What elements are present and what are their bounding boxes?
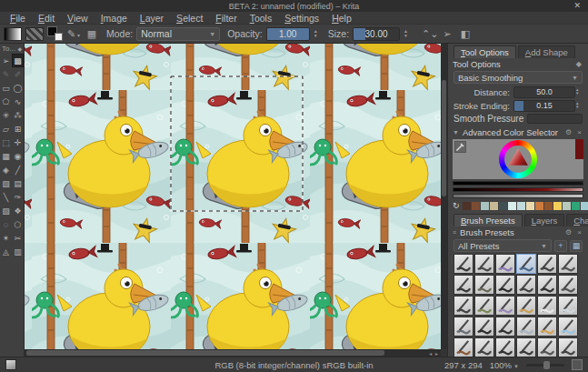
- option-spinner[interactable]: ▲▼: [575, 102, 583, 110]
- docker-tab-channels[interactable]: Channels: [566, 214, 588, 226]
- menu-help[interactable]: Help: [325, 13, 358, 24]
- tool-5[interactable]: ◯: [12, 81, 24, 95]
- brush-preset-7[interactable]: [474, 275, 494, 295]
- red-gradient-bar[interactable]: [453, 187, 583, 192]
- docker-tab-brush-presets[interactable]: Brush Presets: [453, 214, 523, 226]
- tool-28[interactable]: ◬: [0, 245, 12, 258]
- size-slider[interactable]: 30.00: [353, 27, 400, 41]
- brush-preset-4[interactable]: [537, 254, 557, 274]
- brush-preset-25[interactable]: [474, 337, 494, 357]
- history-swatch-7[interactable]: [526, 202, 534, 210]
- stabilizer-icon[interactable]: ⌃⌄: [422, 28, 436, 40]
- smooth-pressure-field[interactable]: [527, 114, 583, 124]
- horizontal-scrollbar[interactable]: ◂ ▸: [25, 349, 441, 357]
- view-mode-icon[interactable]: ▦: [570, 240, 583, 252]
- history-swatch-13[interactable]: [581, 202, 588, 210]
- tool-1-selected[interactable]: ▩: [12, 54, 24, 67]
- brush-preset-12[interactable]: [453, 296, 473, 316]
- gray-gradient-bar[interactable]: [453, 194, 583, 198]
- history-swatch-4[interactable]: [499, 202, 507, 210]
- eyedropper-icon[interactable]: [454, 141, 466, 153]
- tool-4[interactable]: ▭: [0, 81, 12, 95]
- preset-filter-select[interactable]: All Presets ▼: [453, 239, 552, 252]
- tool-14[interactable]: ▦: [0, 149, 12, 163]
- tool-10[interactable]: ▱: [0, 122, 12, 136]
- background-color[interactable]: [55, 33, 63, 41]
- brush-preset-18[interactable]: [453, 317, 473, 337]
- tool-13[interactable]: ✛: [12, 136, 24, 149]
- option-slider[interactable]: 50.0: [513, 86, 575, 98]
- menu-layer[interactable]: Layer: [134, 13, 170, 24]
- option-spinner[interactable]: ▲▼: [575, 88, 583, 96]
- menu-filter[interactable]: Filter: [209, 13, 243, 24]
- menu-view[interactable]: View: [61, 13, 95, 24]
- tool-6[interactable]: ⬠: [0, 95, 12, 108]
- brush-preset-26[interactable]: [495, 337, 515, 357]
- history-swatch-12[interactable]: [572, 202, 580, 210]
- menu-tools[interactable]: Tools: [244, 13, 279, 24]
- tool-11[interactable]: ⊞: [12, 122, 24, 136]
- canvas-only-icon[interactable]: [572, 359, 583, 370]
- menu-image[interactable]: Image: [95, 13, 134, 24]
- tool-17[interactable]: ╱: [12, 163, 24, 176]
- brush-preset-17[interactable]: [558, 296, 578, 316]
- tool-23[interactable]: ❖: [12, 204, 24, 217]
- tool-2[interactable]: ✎: [0, 67, 12, 81]
- history-swatch-11[interactable]: [563, 202, 571, 210]
- brush-preset-14[interactable]: [495, 296, 515, 316]
- brush-preset-22[interactable]: [537, 317, 557, 337]
- zoom-slider[interactable]: [526, 364, 564, 367]
- brush-preset-16[interactable]: [537, 296, 557, 316]
- brush-preset-27[interactable]: [516, 337, 536, 357]
- color-wheel[interactable]: [499, 140, 537, 178]
- menu-edit[interactable]: Edit: [32, 13, 61, 24]
- refresh-icon[interactable]: ↻: [453, 201, 460, 210]
- tool-0[interactable]: ➢: [0, 54, 12, 67]
- toolbox-float-icon[interactable]: ◆: [17, 45, 22, 52]
- tool-24[interactable]: ◌: [0, 217, 12, 231]
- opacity-spinner[interactable]: ▲▼: [314, 29, 321, 38]
- brush-preset-21[interactable]: [516, 317, 536, 337]
- brush-preset-3-selected[interactable]: [516, 254, 536, 274]
- tool-12[interactable]: ⬚: [0, 136, 12, 149]
- vertical-scrollbar[interactable]: [441, 44, 447, 349]
- value-bar[interactable]: [453, 181, 583, 186]
- smooth-pressure-row[interactable]: Smooth Pressure: [448, 113, 588, 125]
- brush-preset-19[interactable]: [474, 317, 494, 337]
- current-preset-icon[interactable]: [5, 359, 16, 370]
- brush-preset-15[interactable]: [516, 296, 536, 316]
- history-swatch-6[interactable]: [517, 202, 525, 210]
- tab-tool-options[interactable]: Tool Options: [453, 45, 516, 58]
- history-swatch-9[interactable]: [544, 202, 553, 210]
- history-swatch-1[interactable]: [472, 202, 480, 210]
- history-swatch-10[interactable]: [553, 202, 562, 210]
- smoothing-select[interactable]: Basic Smoothing ▼: [453, 71, 583, 84]
- close-icon[interactable]: ✕: [573, 1, 581, 10]
- brush-preset-8[interactable]: [495, 275, 515, 295]
- pattern-chooser[interactable]: [25, 27, 44, 41]
- brush-preset-5[interactable]: [558, 254, 578, 274]
- tool-9[interactable]: ⁂: [12, 108, 24, 122]
- tool-26[interactable]: ✴: [0, 231, 12, 245]
- brush-preset-13[interactable]: [474, 296, 494, 316]
- brush-preset-20[interactable]: [495, 317, 515, 337]
- tool-21[interactable]: ✑: [12, 190, 24, 204]
- docker-tab-layers[interactable]: Layers: [524, 214, 565, 226]
- brush-preset-6[interactable]: [453, 275, 473, 295]
- zoom-level[interactable]: 100%▼: [490, 360, 519, 370]
- docker-settings-icons[interactable]: ⚙ ×: [565, 128, 583, 136]
- option-slider[interactable]: 0.15: [513, 100, 575, 112]
- history-swatch-3[interactable]: [490, 202, 498, 210]
- brush-settings-icon[interactable]: ✎▾: [66, 28, 81, 40]
- add-preset-icon[interactable]: +: [554, 240, 567, 252]
- brush-preset-2[interactable]: [495, 254, 515, 274]
- opacity-slider[interactable]: 1.00: [266, 27, 310, 41]
- brush-preset-0[interactable]: [453, 254, 473, 274]
- tool-15[interactable]: ◉: [12, 149, 24, 163]
- brush-preset-29[interactable]: [558, 337, 578, 357]
- menu-settings[interactable]: Settings: [278, 13, 325, 24]
- history-swatch-8[interactable]: [535, 202, 543, 210]
- tab-add-shape[interactable]: Add Shape: [518, 45, 575, 58]
- docker-float-icon[interactable]: ◆: [576, 60, 583, 68]
- tool-19[interactable]: ▤: [12, 176, 24, 190]
